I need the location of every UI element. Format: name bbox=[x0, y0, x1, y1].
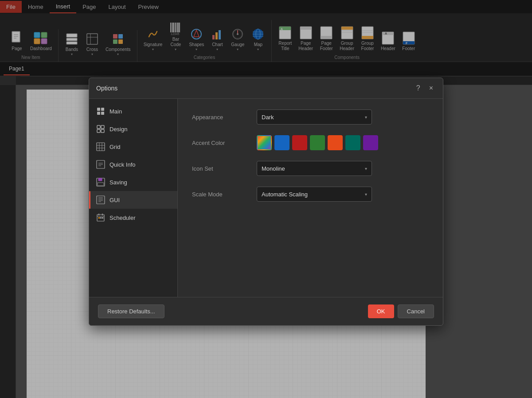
appearance-value: Dark bbox=[262, 114, 274, 121]
icon-set-select[interactable]: Monoline ▾ bbox=[257, 161, 372, 176]
scale-mode-select-wrapper: Automatic Scaling ▾ bbox=[257, 187, 429, 202]
svg-rect-72 bbox=[97, 129, 100, 133]
icon-set-chevron: ▾ bbox=[365, 166, 367, 171]
restore-defaults-btn[interactable]: Restore Defaults... bbox=[98, 304, 164, 318]
dialog-header-actions: ? × bbox=[414, 83, 436, 93]
dialog-title: Options bbox=[96, 85, 117, 92]
scale-mode-control: Automatic Scaling ▾ bbox=[257, 187, 429, 202]
color-swatch-teal[interactable] bbox=[345, 135, 360, 150]
options-dialog: Options ? × Main bbox=[89, 78, 443, 326]
nav-active-indicator bbox=[89, 191, 90, 209]
accent-color-label: Accent Color bbox=[192, 140, 250, 146]
nav-item-gui-label: GUI bbox=[110, 197, 120, 203]
dialog-content: Appearance Dark ▾ Accent Color bbox=[178, 99, 443, 297]
icon-set-value: Monoline bbox=[262, 165, 285, 172]
form-row-scale-mode: Scale Mode Automatic Scaling ▾ bbox=[192, 187, 429, 202]
color-swatch-purple[interactable] bbox=[363, 135, 378, 150]
dialog-nav: Main Design bbox=[89, 99, 178, 297]
svg-rect-69 bbox=[101, 112, 104, 115]
scale-mode-value: Automatic Scaling bbox=[262, 191, 308, 198]
nav-item-design[interactable]: Design bbox=[89, 120, 177, 138]
nav-item-grid-label: Grid bbox=[110, 144, 121, 150]
cancel-btn[interactable]: Cancel bbox=[398, 304, 434, 318]
nav-item-design-label: Design bbox=[110, 126, 127, 133]
nav-item-scheduler-label: Scheduler bbox=[110, 215, 136, 221]
dialog-body: Main Design bbox=[89, 99, 443, 297]
nav-item-saving-label: Saving bbox=[110, 179, 127, 186]
dialog-overlay: Options ? × Main bbox=[0, 0, 532, 398]
color-swatch-red[interactable] bbox=[292, 135, 307, 150]
color-swatches bbox=[257, 135, 429, 150]
form-row-appearance: Appearance Dark ▾ bbox=[192, 109, 429, 125]
dialog-footer: Restore Defaults... OK Cancel bbox=[89, 297, 443, 325]
nav-item-gui[interactable]: GUI bbox=[89, 191, 177, 209]
dialog-help-btn[interactable]: ? bbox=[414, 83, 423, 93]
nav-item-grid[interactable]: Grid bbox=[89, 138, 177, 156]
quickinfo-nav-icon bbox=[96, 160, 105, 169]
icon-set-label: Icon Set bbox=[192, 165, 250, 172]
svg-rect-95 bbox=[98, 217, 100, 219]
nav-item-scheduler[interactable]: Scheduler bbox=[89, 209, 177, 226]
svg-rect-71 bbox=[101, 125, 104, 129]
svg-rect-73 bbox=[101, 129, 104, 133]
ok-btn[interactable]: OK bbox=[368, 304, 394, 318]
dialog-close-btn[interactable]: × bbox=[426, 83, 436, 93]
svg-rect-66 bbox=[97, 108, 100, 111]
svg-rect-97 bbox=[102, 217, 103, 219]
color-swatch-orange[interactable] bbox=[328, 135, 343, 150]
color-swatch-green[interactable] bbox=[310, 135, 325, 150]
scale-mode-label: Scale Mode bbox=[192, 191, 250, 198]
icon-set-control: Monoline ▾ bbox=[257, 161, 429, 176]
dialog-header: Options ? × bbox=[89, 78, 443, 99]
scale-mode-select[interactable]: Automatic Scaling ▾ bbox=[257, 187, 372, 202]
color-swatch-multicolor[interactable] bbox=[257, 135, 272, 150]
svg-rect-74 bbox=[97, 143, 105, 151]
color-swatch-blue[interactable] bbox=[274, 135, 289, 150]
svg-rect-68 bbox=[97, 112, 100, 115]
main-nav-icon bbox=[96, 107, 105, 116]
nav-item-main-label: Main bbox=[110, 108, 122, 115]
form-row-accent-color: Accent Color bbox=[192, 135, 429, 150]
svg-rect-67 bbox=[101, 108, 104, 111]
nav-item-quickinfo-label: Quick Info bbox=[110, 161, 136, 168]
saving-nav-icon bbox=[96, 178, 105, 187]
appearance-control: Dark ▾ bbox=[257, 109, 429, 125]
dialog-footer-actions: OK Cancel bbox=[368, 304, 434, 318]
accent-color-control bbox=[257, 135, 429, 150]
svg-rect-70 bbox=[97, 125, 100, 129]
form-row-icon-set: Icon Set Monoline ▾ bbox=[192, 161, 429, 176]
nav-item-main[interactable]: Main bbox=[89, 102, 177, 120]
scale-mode-chevron: ▾ bbox=[365, 192, 367, 197]
icon-set-select-wrapper: Monoline ▾ bbox=[257, 161, 429, 176]
grid-nav-icon bbox=[96, 142, 105, 151]
gui-nav-icon bbox=[96, 195, 105, 204]
svg-rect-85 bbox=[98, 183, 104, 186]
appearance-select[interactable]: Dark ▾ bbox=[257, 109, 372, 125]
svg-rect-84 bbox=[98, 178, 102, 181]
nav-item-quickinfo[interactable]: Quick Info bbox=[89, 156, 177, 173]
scheduler-nav-icon bbox=[96, 213, 105, 222]
appearance-chevron: ▾ bbox=[365, 115, 367, 120]
svg-rect-86 bbox=[97, 196, 105, 204]
appearance-label: Appearance bbox=[192, 114, 250, 121]
appearance-select-wrapper: Dark ▾ bbox=[257, 109, 429, 125]
nav-item-saving[interactable]: Saving bbox=[89, 173, 177, 191]
svg-rect-96 bbox=[100, 217, 102, 219]
design-nav-icon bbox=[96, 125, 105, 133]
